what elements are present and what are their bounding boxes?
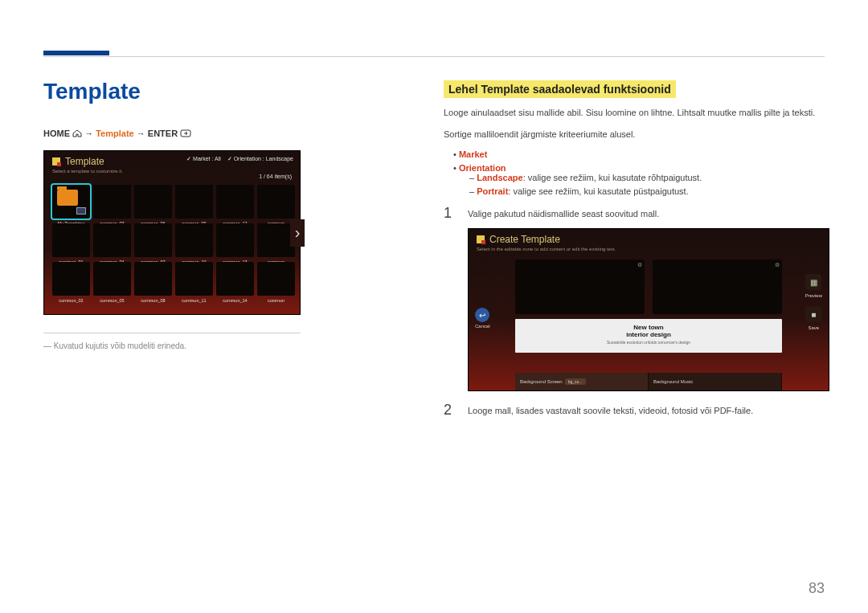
right-column: Lehel Template saadaolevad funktsioonid …: [444, 80, 828, 425]
template-cell: common_04: [93, 223, 131, 257]
home-icon: [72, 129, 82, 139]
step-1: 1 Valige pakutud näidismallide seast soo…: [444, 206, 828, 220]
paragraph-1: Looge ainulaadset sisu mallide abil. Sis…: [444, 106, 828, 120]
template-cell: common_08: [134, 262, 172, 296]
bullet-list: Market Orientation Landscape: valige see…: [453, 149, 828, 196]
create-template-subtitle: Select in the editable zone to add conte…: [469, 247, 829, 255]
template-cell: common_10: [175, 223, 213, 257]
back-icon: ↩: [475, 308, 489, 322]
step-1-text: Valige pakutud näidismallide seast soovi…: [468, 206, 828, 219]
separator: [43, 333, 301, 333]
preview-label: Preview: [805, 293, 822, 298]
gear-icon: ⚙: [775, 262, 780, 268]
step-2-text: Looge mall, lisades vastavalt soovile te…: [468, 403, 828, 415]
create-template-screenshot: Create Template Select in the editable z…: [468, 228, 829, 391]
section-title: Lehel Template saadaolevad funktsioonid: [444, 80, 676, 98]
page-title: Template: [43, 79, 317, 104]
enter-icon: [180, 129, 193, 139]
template-cell: common_13: [216, 223, 254, 257]
arrow1: →: [84, 129, 96, 138]
template-cell: common_11: [175, 262, 213, 296]
cp-right-buttons: ▦ Preview ■ Save: [805, 274, 822, 335]
template-filters: Market : All Orientation : Landscape: [186, 156, 293, 162]
template-cell: common_07: [134, 223, 172, 257]
step-2-number: 2: [444, 403, 455, 417]
page-number: 83: [809, 580, 825, 597]
cp-thumb-1: ⚙: [515, 260, 645, 314]
step-1-number: 1: [444, 206, 455, 220]
step-2: 2 Looge mall, lisades vastavalt soovile …: [444, 403, 828, 417]
template-cell: common_14: [216, 262, 254, 296]
template-cell: common_12: [216, 185, 254, 219]
page-top-rule: [43, 56, 825, 57]
bullet-market: Market: [453, 149, 828, 159]
page-top-accent: [43, 51, 109, 55]
cp-text-area: New town interior design Sustainble evol…: [515, 319, 782, 353]
preview-icon: ▦: [805, 274, 821, 290]
template-icon: [52, 157, 60, 166]
breadcrumb-home: HOME: [43, 129, 70, 138]
template-cell: common: [257, 262, 295, 296]
template-grid: My Templates common_03 common_06 common_…: [52, 185, 300, 296]
template-cell: common_02: [52, 262, 90, 296]
cp-line2: interior design: [515, 331, 782, 338]
template-panel-title: Template: [65, 156, 104, 167]
cp-thumb-2: ⚙: [653, 260, 782, 314]
cancel-label: Cancel: [475, 324, 490, 329]
bullet-orientation: Orientation Landscape: valige see režiim…: [453, 163, 828, 196]
sub-portrait: Portrait: valige see režiim, kui kasutat…: [469, 186, 828, 196]
template-cell: common_01: [52, 223, 90, 257]
left-column: Template HOME → Template → ENTER Templat…: [43, 79, 317, 350]
filter-orientation: Orientation : Landscape: [227, 156, 293, 162]
template-cell-my: My Templates: [52, 185, 90, 219]
tab-bg-music: Background Music: [649, 373, 782, 390]
cp-line1: New town: [515, 319, 782, 331]
cp-main: ⚙ ⚙: [515, 260, 782, 370]
template-cell: common_09: [175, 185, 213, 219]
create-template-icon: [477, 235, 485, 243]
footnote: Kuvatud kujutis võib mudeliti erineda.: [43, 341, 317, 350]
breadcrumb: HOME → Template → ENTER: [43, 129, 317, 139]
paragraph-2: Sortige malliloendit järgmiste kriteeriu…: [444, 128, 828, 141]
template-cell: common: [257, 185, 295, 219]
arrow2: →: [137, 129, 148, 138]
breadcrumb-enter: ENTER: [148, 129, 178, 138]
filter-market: Market : All: [186, 156, 221, 162]
template-count: 1 / 64 item(s): [259, 174, 292, 179]
next-arrow-icon: ›: [290, 219, 305, 247]
template-cell: common: [257, 223, 295, 257]
template-screenshot: Template Select a template to customize …: [43, 150, 301, 315]
cp-line3: Sustainble evolution unfolds tomorrow's …: [515, 338, 782, 345]
save-label: Save: [808, 325, 819, 330]
cp-tabs: Background Screen bg_co... Background Mu…: [515, 373, 782, 390]
breadcrumb-template: Template: [96, 129, 133, 138]
create-template-title: Create Template: [489, 234, 560, 245]
template-cell: common_06: [134, 185, 172, 219]
sub-bullet-list: Landscape: valige see režiim, kui kasuta…: [469, 173, 828, 196]
tab-bg-screen: Background Screen bg_co...: [515, 373, 649, 390]
tab-chip: bg_co...: [565, 378, 586, 385]
sub-landscape: Landscape: valige see režiim, kui kasuta…: [469, 173, 828, 182]
template-cell: common_05: [93, 262, 131, 296]
template-cell: common_03: [93, 185, 131, 219]
save-icon: ■: [805, 306, 821, 322]
gear-icon: ⚙: [637, 262, 642, 268]
cp-left-buttons: ↩ Cancel: [475, 308, 490, 329]
